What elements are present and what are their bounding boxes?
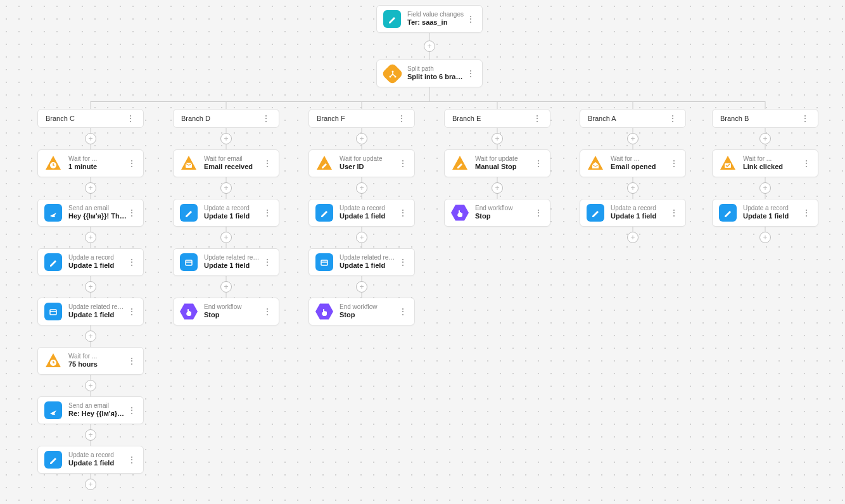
add-node-btn[interactable]: +	[85, 380, 96, 391]
end-workflow-node[interactable]: End workflowStop ⋮	[173, 298, 279, 325]
node-value: Update 1 field	[340, 211, 398, 220]
node-menu-button[interactable]: ⋮	[127, 208, 137, 218]
wait-update-node[interactable]: Wait for updateUser ID ⋮	[308, 149, 415, 177]
update-related-node[interactable]: Update related recordsUpdate 1 field ⋮	[173, 248, 279, 276]
add-node-btn[interactable]: +	[85, 331, 96, 342]
node-label: Wait for ...	[611, 155, 669, 162]
end-workflow-node[interactable]: End workflowStop ⋮	[308, 298, 415, 325]
node-menu-button[interactable]: ⋮	[669, 208, 679, 218]
node-label: Send an email	[68, 205, 127, 211]
add-node-btn[interactable]: +	[627, 232, 639, 243]
node-label: Wait for email	[204, 155, 262, 162]
branch-menu-button[interactable]: ⋮	[532, 113, 542, 123]
send-email-node[interactable]: Send an emailHey {{Ім'я}}! This is t... …	[37, 199, 144, 227]
node-menu-button[interactable]: ⋮	[127, 306, 137, 317]
node-label: Update a record	[68, 254, 127, 261]
update-record-node[interactable]: Update a recordUpdate 1 field ⋮	[580, 199, 686, 227]
update-record-node[interactable]: Update a recordUpdate 1 field ⋮	[173, 199, 279, 227]
node-label: Wait for ...	[68, 155, 127, 162]
branch-header-e[interactable]: Branch E ⋮	[444, 109, 550, 128]
branch-header-d[interactable]: Branch D ⋮	[173, 109, 279, 128]
branch-header-f[interactable]: Branch F ⋮	[308, 109, 415, 128]
node-menu-button[interactable]: ⋮	[398, 306, 408, 317]
node-menu-button[interactable]: ⋮	[127, 158, 137, 168]
node-value: Stop	[475, 211, 533, 220]
pencil-icon	[44, 253, 62, 271]
node-menu-button[interactable]: ⋮	[262, 257, 272, 267]
wait-node[interactable]: Wait for ...1 minute ⋮	[37, 149, 144, 177]
add-node-btn[interactable]: +	[492, 133, 503, 144]
branch-menu-button[interactable]: ⋮	[800, 113, 810, 123]
add-node-btn[interactable]: +	[492, 182, 503, 194]
wait-mailopen-icon	[587, 154, 604, 172]
branch-name: Branch D	[181, 115, 261, 122]
update-related-node[interactable]: Update related recordsUpdate 1 field ⋮	[308, 248, 415, 276]
add-node-btn[interactable]: +	[220, 133, 232, 144]
node-menu-button[interactable]: ⋮	[398, 158, 408, 168]
add-node-btn[interactable]: +	[356, 232, 367, 243]
node-value: Hey {{Ім'я}}! This is t...	[68, 211, 127, 220]
node-value: Update 1 field	[743, 211, 801, 220]
add-node-btn[interactable]: +	[759, 182, 771, 194]
branch-header-a[interactable]: Branch A ⋮	[580, 109, 686, 128]
update-record-node[interactable]: Update a recordUpdate 1 field ⋮	[37, 248, 144, 276]
split-node[interactable]: Split path Split into 6 branches ⋮	[376, 60, 483, 87]
add-node-btn[interactable]: +	[356, 182, 367, 194]
update-record-node[interactable]: Update a recordUpdate 1 field ⋮	[308, 199, 415, 227]
branch-menu-button[interactable]: ⋮	[261, 113, 271, 123]
branch-menu-button[interactable]: ⋮	[397, 113, 407, 123]
node-menu-button[interactable]: ⋮	[262, 306, 272, 317]
update-related-node[interactable]: Update related recordsUpdate 1 field ⋮	[37, 298, 144, 325]
node-menu-button[interactable]: ⋮	[127, 257, 137, 267]
node-menu-button[interactable]: ⋮	[127, 455, 137, 465]
branch-menu-button[interactable]: ⋮	[668, 113, 678, 123]
node-menu-button[interactable]: ⋮	[801, 158, 811, 168]
node-menu-button[interactable]: ⋮	[533, 208, 543, 218]
add-node-btn[interactable]: +	[220, 182, 232, 194]
add-node-btn[interactable]: +	[759, 133, 771, 144]
branch-header-c[interactable]: Branch C ⋮	[37, 109, 144, 128]
add-node-btn[interactable]: +	[220, 281, 232, 293]
add-node-btn[interactable]: +	[424, 41, 435, 52]
node-menu-button[interactable]: ⋮	[533, 158, 543, 168]
node-menu-button[interactable]: ⋮	[466, 68, 476, 79]
wait-node[interactable]: Wait for ...75 hours ⋮	[37, 347, 144, 375]
add-node-btn[interactable]: +	[356, 281, 367, 293]
add-node-btn[interactable]: +	[85, 281, 96, 293]
node-menu-button[interactable]: ⋮	[398, 257, 408, 267]
node-menu-button[interactable]: ⋮	[127, 405, 137, 415]
add-node-btn[interactable]: +	[220, 232, 232, 243]
trigger-node[interactable]: Field value changes Ter: saas_in ⋮	[376, 5, 483, 33]
node-menu-button[interactable]: ⋮	[262, 158, 272, 168]
node-value: Update 1 field	[68, 458, 127, 467]
add-node-btn[interactable]: +	[627, 182, 639, 194]
node-menu-button[interactable]: ⋮	[801, 208, 811, 218]
branch-header-b[interactable]: Branch B ⋮	[712, 109, 818, 128]
wait-email-node[interactable]: Wait for emailEmail received ⋮	[173, 149, 279, 177]
add-node-btn[interactable]: +	[85, 133, 96, 144]
add-node-btn[interactable]: +	[85, 232, 96, 243]
branch-menu-button[interactable]: ⋮	[125, 113, 136, 123]
update-record-node[interactable]: Update a recordUpdate 1 field ⋮	[712, 199, 818, 227]
add-node-btn[interactable]: +	[759, 232, 771, 243]
send-email-node[interactable]: Send an emailRe: Hey {{Ім'я}}! This ... …	[37, 396, 144, 424]
wait-node[interactable]: Wait for ...Link clicked ⋮	[712, 149, 818, 177]
node-value: Update 1 field	[340, 261, 398, 270]
update-record-node[interactable]: Update a recordUpdate 1 field ⋮	[37, 446, 144, 474]
add-node-btn[interactable]: +	[356, 133, 367, 144]
node-value: Re: Hey {{Ім'я}}! This ...	[68, 409, 127, 418]
node-value: Update 1 field	[68, 310, 127, 319]
wait-node[interactable]: Wait for ...Email opened ⋮	[580, 149, 686, 177]
node-menu-button[interactable]: ⋮	[466, 14, 476, 24]
add-node-btn[interactable]: +	[85, 479, 96, 490]
wait-update-node[interactable]: Wait for updateManual Stop ⋮	[444, 149, 550, 177]
stop-icon	[180, 303, 198, 320]
node-menu-button[interactable]: ⋮	[398, 208, 408, 218]
add-node-btn[interactable]: +	[85, 182, 96, 194]
end-workflow-node[interactable]: End workflowStop ⋮	[444, 199, 550, 227]
add-node-btn[interactable]: +	[627, 133, 639, 144]
node-menu-button[interactable]: ⋮	[262, 208, 272, 218]
node-menu-button[interactable]: ⋮	[669, 158, 679, 168]
add-node-btn[interactable]: +	[85, 429, 96, 441]
node-menu-button[interactable]: ⋮	[127, 356, 137, 366]
